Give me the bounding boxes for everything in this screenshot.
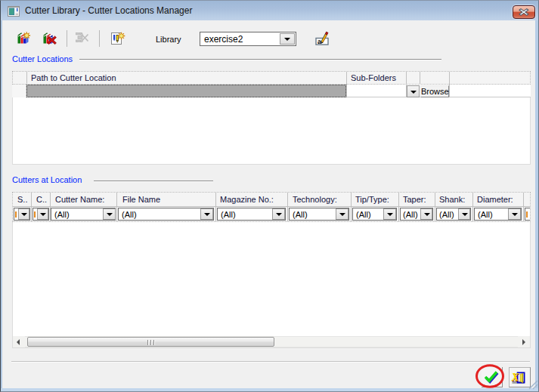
svg-text:a: a (318, 38, 321, 45)
svg-text:X: X (511, 372, 519, 383)
